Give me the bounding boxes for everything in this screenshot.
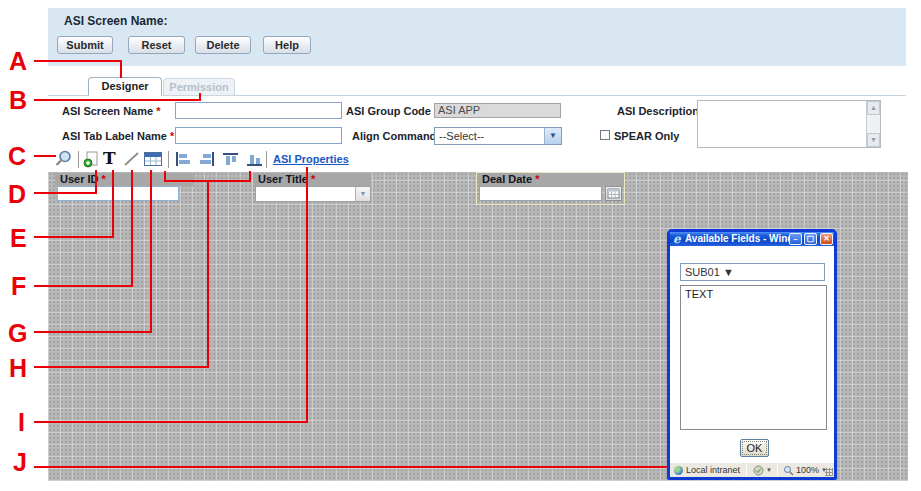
required-asterisk: * [156,105,160,117]
align-right-icon[interactable] [199,152,215,166]
annotation-letter-f: F [11,272,26,301]
annotation-line-a [34,60,122,62]
protected-mode-icon[interactable] [753,465,764,476]
page-title: ASI Screen Name: [64,14,167,28]
annotation-line-j [34,466,668,468]
annotation-line-e [112,170,114,238]
tab-label-name-input[interactable] [175,127,342,144]
description-label: ASI Description [617,105,699,117]
annotation-line-g [34,331,152,333]
annotation-line-g [150,170,152,333]
canvas-user-title-select[interactable]: ▼ [255,186,371,202]
scroll-down-icon[interactable]: ▼ [867,133,880,147]
annotation-line-f [34,285,133,287]
annotation-line-b [199,93,201,101]
align-bottom-icon[interactable] [247,152,262,167]
required-asterisk: * [311,173,315,185]
annotation-letter-j: J [13,448,27,477]
tab-designer[interactable]: Designer [88,77,162,96]
toolbar-separator [78,151,79,168]
group-code-label: ASI Group Code [346,105,431,117]
screen-name-input[interactable] [175,102,342,119]
popup-title-bar[interactable]: e Available Fields - Wind... – ▢ ✕ [670,232,834,246]
description-scrollbar[interactable]: ▲ ▼ [866,101,880,147]
delete-button[interactable]: Delete [195,36,251,54]
ok-button[interactable]: OK [740,439,769,457]
annotation-letter-h: H [9,354,27,383]
list-item[interactable]: TEXT [685,288,822,300]
toolbar-separator [168,151,169,168]
annotation-line-h [164,180,251,182]
zoom-level-icon[interactable] [783,465,794,476]
table-tool-icon[interactable] [144,152,162,166]
align-command-select[interactable]: --Select-- ▼ [434,127,562,145]
asi-properties-link[interactable]: ASI Properties [273,153,349,165]
annotation-letter-i: I [18,408,25,437]
screen-name-label: ASI Screen Name * [62,105,160,117]
canvas-field-label-user-title: User Title * [253,173,371,186]
chevron-down-icon[interactable]: ▼ [766,467,772,473]
spear-only-checkbox[interactable] [600,130,610,140]
intranet-zone-icon [674,466,683,475]
required-asterisk: * [102,173,106,185]
statusbar-separator [777,465,778,476]
annotation-line-f [131,170,133,287]
internet-explorer-icon: e [673,232,681,246]
group-code-field: ASI APP [434,103,561,118]
help-button[interactable]: Help [263,36,311,54]
align-top-icon[interactable] [223,152,238,167]
canvas-deal-date-input[interactable] [479,186,602,201]
chevron-down-icon[interactable]: ▼ [355,187,370,201]
dropdown-value: SUB01 [685,266,720,278]
add-field-icon[interactable] [83,151,99,168]
header-bar: ASI Screen Name: Submit Reset Delete Hel… [48,8,906,66]
annotation-line-h [207,181,209,368]
available-fields-window[interactable]: e Available Fields - Wind... – ▢ ✕ SUB01… [667,229,837,480]
toolbar-separator [266,151,267,168]
description-textarea[interactable]: ▲ ▼ [697,100,881,148]
required-asterisk: * [535,173,539,185]
annotation-letter-a: A [9,47,27,76]
zoom-icon[interactable] [54,149,73,168]
annotation-line-a [120,60,122,78]
annotation-line-d [95,170,97,194]
align-command-label: Align Command [352,130,436,142]
zone-label: Local intranet [686,465,740,475]
popup-status-bar: Local intranet ▼ 100% ▼ [670,462,834,477]
annotation-line-b [34,99,201,101]
annotation-letter-b: B [9,86,27,115]
annotation-line-h [164,171,166,181]
available-fields-listbox[interactable]: TEXT [680,285,827,430]
maximize-button[interactable]: ▢ [804,233,817,245]
annotation-line-h [249,171,251,181]
annotation-letter-g: G [8,319,27,348]
annotation-letter-d: D [8,180,26,209]
required-asterisk: * [170,130,174,142]
available-fields-dropdown[interactable]: SUB01 ▼ [680,263,825,281]
zoom-level-value[interactable]: 100% [796,465,819,475]
resize-grip[interactable] [825,468,833,476]
chevron-down-icon[interactable]: ▼ [544,128,561,144]
annotation-line-h [34,366,209,368]
align-command-value: --Select-- [439,130,484,142]
spear-only-label: SPEAR Only [614,130,679,142]
annotation-letter-c: C [8,142,26,171]
annotation-letter-e: E [10,224,27,253]
chevron-down-icon[interactable]: ▼ [723,266,734,278]
line-tool-icon[interactable] [123,151,140,167]
app-screen: ASI Screen Name: Submit Reset Delete Hel… [0,0,921,491]
calendar-icon[interactable] [605,186,622,201]
canvas-field-label-deal-date: Deal Date * [477,173,624,186]
align-left-icon[interactable] [175,152,191,166]
reset-button[interactable]: Reset [128,36,185,54]
statusbar-separator [746,465,747,476]
submit-button[interactable]: Submit [57,36,113,54]
minimize-button[interactable]: – [789,233,802,245]
annotation-line-i [34,421,308,423]
scroll-up-icon[interactable]: ▲ [867,101,880,115]
text-tool-icon[interactable]: T [103,149,116,167]
annotation-line-i [306,167,308,423]
close-button[interactable]: ✕ [820,233,833,245]
annotation-line-e [34,236,114,238]
annotation-line-d [34,192,97,194]
